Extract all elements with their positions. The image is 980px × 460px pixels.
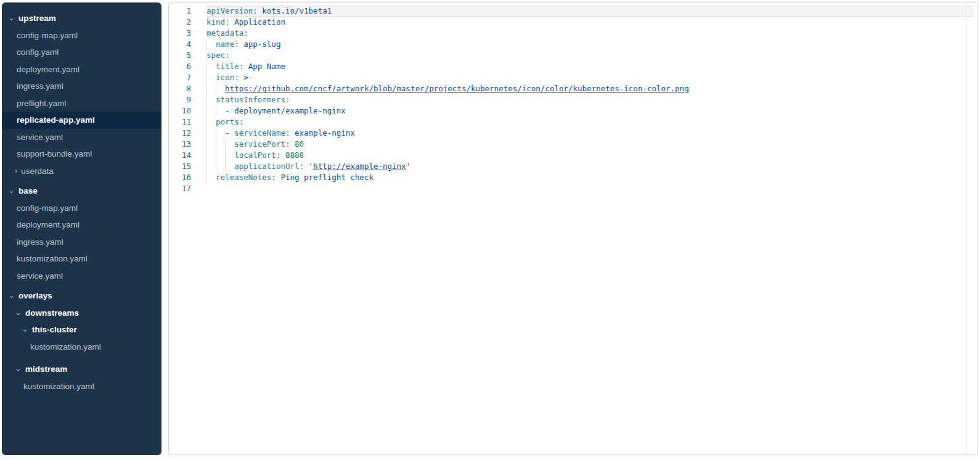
tree-folder-overlays[interactable]: ⌄overlays bbox=[2, 287, 161, 305]
tree-file-kustomization-yaml[interactable]: kustomization.yaml bbox=[2, 250, 161, 268]
indent-guide bbox=[216, 128, 216, 139]
code-line-4[interactable]: 4 name: app-slug bbox=[169, 39, 978, 50]
tree-file-ingress-yaml[interactable]: ingress.yaml bbox=[2, 78, 161, 95]
tree-file-config-yaml[interactable]: config.yaml bbox=[2, 44, 161, 61]
code-line-content: title: App Name bbox=[206, 61, 974, 72]
indent-guide bbox=[225, 150, 226, 161]
code-token: localPort: bbox=[234, 150, 280, 160]
tree-item-label: deployment.yaml bbox=[17, 220, 80, 229]
code-token: serviceName: bbox=[234, 128, 290, 138]
tree-folder-midstream[interactable]: ⌄midstream bbox=[2, 361, 161, 378]
code-token: spec: bbox=[206, 51, 230, 60]
line-number: 2 bbox=[169, 17, 191, 28]
tree-file-deployment-yaml[interactable]: deployment.yaml bbox=[2, 216, 161, 234]
code-token: 8888 bbox=[285, 150, 304, 160]
code-token bbox=[290, 128, 295, 138]
code-token: metadata: bbox=[206, 28, 248, 38]
tree-item-label: support-bundle.yaml bbox=[17, 149, 92, 158]
indent-guide bbox=[225, 139, 226, 150]
code-line-15[interactable]: 15 applicationUrl: 'http://example-nginx… bbox=[169, 161, 978, 172]
code-token: app-slug bbox=[243, 39, 280, 49]
chevron-down-icon: ⌄ bbox=[15, 364, 22, 372]
tree-file-config-map-yaml[interactable]: config-map.yaml bbox=[2, 200, 161, 217]
tree-file-service-yaml[interactable]: service.yaml bbox=[2, 129, 161, 146]
code-token: App Name bbox=[248, 62, 285, 71]
code-token: applicationUrl: bbox=[234, 162, 304, 171]
tree-item-label: midstream bbox=[25, 364, 67, 374]
tree-folder-downstreams[interactable]: ⌄downstreams bbox=[2, 305, 161, 322]
tree-folder-base[interactable]: ⌄base bbox=[2, 183, 161, 200]
indent-guide bbox=[206, 94, 207, 105]
code-line-3[interactable]: 3metadata: bbox=[169, 28, 978, 39]
code-line-9[interactable]: 9 statusInformers: bbox=[169, 94, 978, 105]
tree-file-support-bundle-yaml[interactable]: support-bundle.yaml bbox=[2, 146, 161, 163]
tree-item-label: config-map.yaml bbox=[17, 31, 78, 40]
chevron-down-icon: ⌄ bbox=[8, 186, 15, 194]
tree-item-label: overlays bbox=[18, 291, 52, 300]
code-line-content: name: app-slug bbox=[206, 39, 974, 50]
code-token bbox=[206, 139, 234, 149]
tree-item-label: kustomization.yaml bbox=[23, 382, 94, 391]
tree-item-label: replicated-app.yaml bbox=[17, 115, 95, 125]
line-number: 1 bbox=[169, 6, 191, 17]
tree-file-kustomization-yaml[interactable]: kustomization.yaml bbox=[2, 339, 161, 356]
code-line-content: apiVersion: kots.io/v1beta1 bbox=[206, 6, 974, 17]
code-line-11[interactable]: 11 ports: bbox=[169, 117, 978, 128]
tree-file-kustomization-yaml[interactable]: kustomization.yaml bbox=[2, 378, 161, 395]
tree-file-replicated-app-yaml[interactable]: replicated-app.yaml bbox=[2, 112, 161, 129]
code-token: - deployment/example-nginx bbox=[225, 106, 346, 115]
file-tree-sidebar: ⌄upstreamconfig-map.yamlconfig.yamldeplo… bbox=[2, 2, 161, 455]
code-token bbox=[206, 162, 234, 171]
code-link[interactable]: http://example-nginx bbox=[313, 162, 406, 171]
code-line-10[interactable]: 10 - deployment/example-nginx bbox=[169, 105, 978, 117]
indent-guide bbox=[206, 61, 207, 72]
tree-file-config-map-yaml[interactable]: config-map.yaml bbox=[2, 27, 161, 44]
code-token: Ping preflight check bbox=[280, 173, 374, 182]
code-token: apiVersion: bbox=[206, 6, 258, 15]
code-line-1[interactable]: 1apiVersion: kots.io/v1beta1 bbox=[169, 6, 978, 17]
tree-folder-this-cluster[interactable]: ⌄this-cluster bbox=[2, 321, 161, 339]
code-token: releaseNotes: bbox=[216, 173, 276, 182]
tree-item-label: upstream bbox=[18, 14, 56, 23]
tree-item-label: base bbox=[18, 186, 38, 195]
tree-file-deployment-yaml[interactable]: deployment.yaml bbox=[2, 61, 161, 78]
code-token: servicePort: bbox=[234, 139, 290, 149]
code-line-12[interactable]: 12 - serviceName: example-nginx bbox=[169, 128, 978, 139]
code-token bbox=[206, 62, 216, 71]
code-token: ' bbox=[406, 162, 411, 171]
indent-guide bbox=[216, 83, 216, 94]
tree-file-service-yaml[interactable]: service.yaml bbox=[2, 268, 161, 285]
code-line-5[interactable]: 5spec: bbox=[169, 50, 978, 61]
code-line-8[interactable]: 8 https://github.com/cncf/artwork/blob/m… bbox=[169, 83, 978, 94]
code-token: kots.io/v1beta1 bbox=[262, 6, 332, 15]
code-token: ' bbox=[309, 162, 314, 171]
code-line-17[interactable]: 17 bbox=[169, 183, 978, 194]
indent-guide bbox=[206, 83, 207, 94]
indent-guide bbox=[225, 161, 226, 172]
tree-folder-upstream[interactable]: ⌄upstream bbox=[2, 10, 161, 27]
tree-file-preflight-yaml[interactable]: preflight.yaml bbox=[2, 95, 161, 112]
code-line-content: spec: bbox=[206, 50, 974, 61]
code-line-content: applicationUrl: 'http://example-nginx' bbox=[206, 161, 974, 172]
code-line-16[interactable]: 16 releaseNotes: Ping preflight check bbox=[169, 172, 978, 183]
tree-item-label: downstreams bbox=[25, 308, 79, 318]
code-line-6[interactable]: 6 title: App Name bbox=[169, 61, 978, 72]
indent-guide bbox=[216, 105, 216, 117]
code-line-7[interactable]: 7 icon: >- bbox=[169, 72, 978, 83]
chevron-down-icon: ⌄ bbox=[8, 14, 15, 22]
line-number: 13 bbox=[169, 139, 191, 150]
code-token: statusInformers: bbox=[216, 95, 290, 104]
code-line-14[interactable]: 14 localPort: 8888 bbox=[169, 150, 978, 161]
code-token: ports: bbox=[216, 117, 243, 126]
code-editor[interactable]: 1apiVersion: kots.io/v1beta12kind: Appli… bbox=[168, 2, 978, 455]
tree-folder-userdata[interactable]: ›userdata bbox=[2, 163, 161, 180]
tree-file-ingress-yaml[interactable]: ingress.yaml bbox=[2, 234, 161, 251]
code-link[interactable]: https://github.com/cncf/artwork/blob/mas… bbox=[225, 84, 689, 93]
line-number: 14 bbox=[169, 150, 191, 161]
code-line-2[interactable]: 2kind: Application bbox=[169, 17, 978, 28]
code-token: - bbox=[225, 128, 234, 138]
line-number: 6 bbox=[169, 61, 191, 72]
code-line-13[interactable]: 13 servicePort: 80 bbox=[169, 139, 978, 150]
code-token bbox=[206, 73, 216, 82]
code-token: >- bbox=[243, 73, 253, 82]
